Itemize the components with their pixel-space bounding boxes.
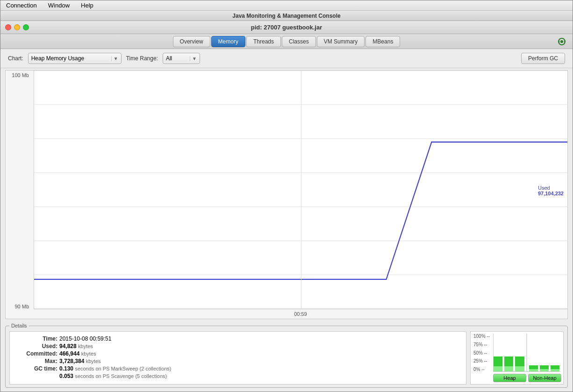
- traffic-lights: [5, 24, 29, 30]
- max-unit: kbytes: [86, 358, 101, 364]
- menu-item-help[interactable]: Help: [79, 2, 95, 9]
- menu-bar: Connection Window Help: [0, 0, 573, 11]
- max-number: 3,728,384: [59, 358, 84, 364]
- time-range-select[interactable]: All ▼: [163, 53, 200, 64]
- bar-committed-4: [529, 369, 538, 371]
- bar-columns: [493, 334, 559, 372]
- detail-committed-row: Committed: 466,944 kbytes: [15, 350, 460, 357]
- chart-area: 100 Mb 90 Mb: [5, 70, 568, 319]
- bar-used-1: [494, 356, 502, 366]
- bar-col-1: [494, 334, 502, 371]
- detail-time-row: Time: 2015-10-08 00:59:51: [15, 335, 460, 342]
- main-content: Chart: Heap Memory Usage ▼ Time Range: A…: [0, 49, 573, 392]
- gc-time-key: GC time:: [15, 365, 57, 372]
- time-val: 2015-10-08 00:59:51: [59, 335, 111, 342]
- tab-vm-summary[interactable]: VM Summary: [317, 36, 365, 47]
- max-key: Max:: [15, 358, 57, 364]
- bar-used-2: [504, 356, 513, 366]
- bar-chart-inner: 100% -- 75% -- 50% -- 25% -- 0% --: [473, 334, 561, 372]
- headphone-icon: [557, 36, 567, 47]
- maximize-button[interactable]: [23, 24, 29, 30]
- time-range-value: All: [166, 55, 172, 62]
- window-title: pid: 27007 guestbook.jar: [251, 24, 322, 31]
- tab-threads[interactable]: Threads: [246, 36, 281, 47]
- tab-classes[interactable]: Classes: [282, 36, 316, 47]
- bar-used-4: [529, 365, 538, 369]
- bar-y-labels: 100% -- 75% -- 50% -- 25% -- 0% --: [473, 334, 493, 372]
- tab-bar: Overview Memory Threads Classes VM Summa…: [0, 34, 573, 49]
- tab-memory[interactable]: Memory: [211, 36, 245, 47]
- app-title-bar: Java Monitoring & Management Console: [0, 11, 573, 21]
- bar-col-5: [540, 334, 549, 371]
- tab-mbeans[interactable]: MBeans: [365, 36, 400, 47]
- used-label: Used: [538, 185, 564, 191]
- bar-col-6: [551, 334, 559, 371]
- committed-number: 466,944: [59, 350, 79, 357]
- gc-val1-text: seconds on PS MarkSweep (2 collections): [75, 366, 171, 371]
- details-text: Time: 2015-10-08 00:59:51 Used: 94,828 k…: [9, 331, 466, 385]
- gc-time-val1: 0.130 seconds on PS MarkSweep (2 collect…: [59, 365, 171, 372]
- gc-val2-text: seconds on PS Scavenge (5 collections): [75, 373, 167, 379]
- bar-y-0: 0% --: [473, 367, 492, 372]
- chart-select-value: Heap Memory Usage: [31, 55, 84, 62]
- detail-gc-time-row: GC time: 0.130 seconds on PS MarkSweep (…: [15, 365, 460, 372]
- bar-chart-area: 100% -- 75% -- 50% -- 25% -- 0% --: [470, 331, 564, 385]
- detail-used-row: Used: 94,828 kbytes: [15, 343, 460, 349]
- menu-item-window[interactable]: Window: [46, 2, 72, 9]
- details-content: Time: 2015-10-08 00:59:51 Used: 94,828 k…: [9, 331, 564, 385]
- bar-committed-3: [515, 366, 524, 371]
- chart-y-bottom: 90 Mb: [7, 304, 32, 309]
- chart-y-top: 100 Mb: [7, 72, 32, 78]
- bar-committed-2: [504, 366, 513, 371]
- bar-y-25: 25% --: [473, 358, 492, 363]
- non-heap-label-button[interactable]: Non-Heap: [528, 374, 561, 382]
- toolbar: Chart: Heap Memory Usage ▼ Time Range: A…: [0, 49, 573, 68]
- bar-committed-1: [494, 366, 502, 371]
- used-number: 94,828: [59, 343, 77, 349]
- time-range-label: Time Range:: [126, 55, 158, 62]
- close-button[interactable]: [5, 24, 11, 30]
- max-val: 3,728,384 kbytes: [59, 358, 101, 364]
- committed-val: 466,944 kbytes: [59, 350, 96, 357]
- bar-committed-6: [551, 369, 559, 371]
- bar-y-75: 75% --: [473, 342, 492, 347]
- bar-used-3: [515, 356, 524, 366]
- detail-max-row: Max: 3,728,384 kbytes: [15, 358, 460, 364]
- chart-divider: [301, 71, 301, 309]
- time-key: Time:: [15, 335, 57, 342]
- bar-committed-5: [540, 369, 549, 371]
- committed-key: Committed:: [15, 350, 57, 357]
- chart-canvas: Used 97,104,232: [34, 71, 567, 309]
- minimize-button[interactable]: [14, 24, 20, 30]
- chart-select[interactable]: Heap Memory Usage ▼: [28, 53, 122, 64]
- details-title: Details: [9, 323, 29, 328]
- bar-used-5: [540, 365, 549, 369]
- svg-point-1: [560, 40, 563, 43]
- gc-val1-num: 0.130: [59, 365, 73, 372]
- perform-gc-button[interactable]: Perform GC: [521, 53, 565, 64]
- chart-y-axis: 100 Mb 90 Mb: [6, 71, 34, 309]
- chart-x-axis: 00:59: [34, 309, 567, 319]
- chart-select-arrow: ▼: [111, 56, 118, 61]
- used-key: Used:: [15, 343, 57, 349]
- bar-col-4: [529, 334, 538, 371]
- bar-labels: Heap Non-Heap: [493, 374, 561, 382]
- tab-bar-right: [557, 36, 567, 47]
- bar-col-3: [515, 334, 524, 371]
- bar-y-100: 100% --: [473, 334, 492, 339]
- window-title-bar: pid: 27007 guestbook.jar: [0, 21, 573, 34]
- time-range-arrow: ▼: [190, 56, 197, 61]
- bar-separator: [526, 334, 527, 371]
- bar-y-50: 50% --: [473, 350, 492, 356]
- used-val: 94,828 kbytes: [59, 343, 93, 349]
- heap-label-button[interactable]: Heap: [493, 374, 526, 382]
- bar-col-2: [504, 334, 513, 371]
- detail-gc-time-row2: 0.053 seconds on PS Scavenge (5 collecti…: [59, 373, 460, 379]
- tab-overview[interactable]: Overview: [173, 36, 210, 47]
- details-panel: Details Time: 2015-10-08 00:59:51 Used: …: [5, 323, 568, 388]
- app-title: Java Monitoring & Management Console: [232, 13, 340, 19]
- used-unit: kbytes: [78, 343, 93, 349]
- chart-label-used: Used 97,104,232: [538, 185, 564, 196]
- menu-item-connection[interactable]: Connection: [4, 2, 39, 9]
- bar-used-6: [551, 365, 559, 369]
